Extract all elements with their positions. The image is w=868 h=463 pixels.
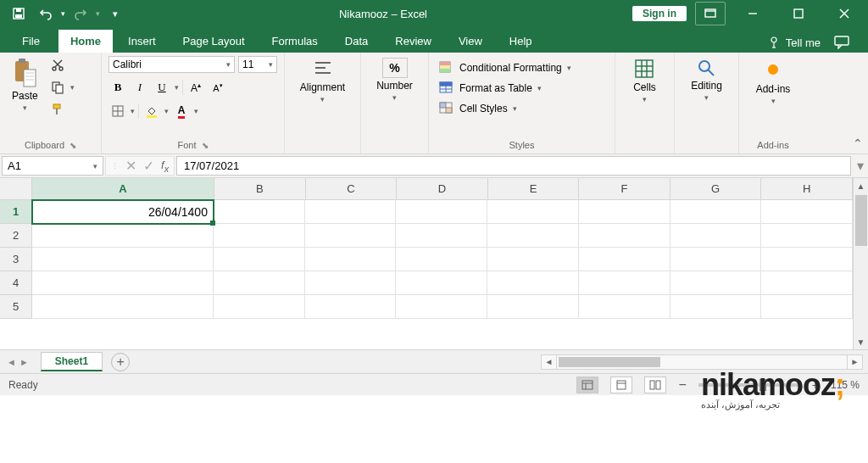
cell-F1[interactable] — [579, 200, 670, 224]
cell-D4[interactable] — [396, 271, 487, 295]
tab-page-layout[interactable]: Page Layout — [171, 30, 257, 53]
cell-B1[interactable] — [214, 200, 305, 224]
cell-F2[interactable] — [579, 224, 670, 248]
tab-file[interactable]: File — [7, 30, 55, 53]
row-header-5[interactable]: 5 — [0, 295, 32, 319]
enter-icon[interactable]: ✓ — [143, 158, 154, 174]
cell-B4[interactable] — [214, 271, 305, 295]
cell-B2[interactable] — [214, 224, 305, 248]
cell-C3[interactable] — [305, 248, 397, 271]
cancel-icon[interactable]: ✕ — [125, 158, 136, 174]
cell-E5[interactable] — [487, 295, 579, 319]
dialog-launcher-icon[interactable]: ⬊ — [202, 141, 209, 150]
cell-H1[interactable] — [761, 200, 853, 224]
addins-button[interactable]: Add-ins ▾ — [751, 56, 796, 107]
column-header-D[interactable]: D — [397, 178, 488, 200]
redo-icon[interactable] — [69, 2, 92, 25]
scroll-down-icon[interactable]: ▼ — [854, 334, 868, 349]
dialog-launcher-icon[interactable]: ⬊ — [70, 141, 76, 150]
collapse-ribbon-icon[interactable]: ⌃ — [853, 137, 863, 150]
maximize-button[interactable] — [780, 1, 817, 26]
cell-C1[interactable] — [305, 200, 397, 224]
column-header-H[interactable]: H — [761, 178, 853, 200]
undo-icon[interactable] — [34, 2, 58, 25]
fx-icon[interactable]: fx — [161, 159, 169, 174]
cell-A3[interactable] — [32, 248, 214, 271]
cell-G3[interactable] — [670, 248, 762, 271]
save-icon[interactable] — [7, 2, 31, 25]
zoom-slider[interactable] — [698, 383, 800, 387]
cell-D3[interactable] — [396, 248, 487, 271]
page-layout-view-icon[interactable] — [610, 377, 632, 393]
page-break-view-icon[interactable] — [644, 377, 666, 393]
minimize-button[interactable] — [734, 1, 771, 26]
sheet-nav-next-icon[interactable]: ► — [19, 357, 29, 367]
zoom-out-icon[interactable]: − — [678, 377, 686, 393]
cell-A2[interactable] — [32, 224, 214, 248]
format-as-table-button[interactable]: Format as Table▾ — [436, 80, 545, 97]
formula-input[interactable]: 17/07/2021 — [176, 156, 851, 176]
add-sheet-button[interactable]: + — [111, 353, 130, 371]
chevron-down-icon[interactable]: ▾ — [164, 107, 169, 115]
tab-data[interactable]: Data — [333, 30, 380, 53]
ribbon-display-options-icon[interactable] — [695, 2, 726, 25]
vertical-scrollbar[interactable]: ▲ ▼ — [853, 178, 868, 349]
number-button[interactable]: % Number ▾ — [371, 56, 418, 103]
scrollbar-thumb[interactable] — [855, 195, 867, 246]
zoom-level[interactable]: 115 % — [831, 379, 860, 391]
cell-C5[interactable] — [305, 295, 397, 319]
font-name-combo[interactable]: Calibri▾ — [108, 56, 235, 73]
cell-H4[interactable] — [761, 271, 853, 295]
font-size-combo[interactable]: 11▾ — [238, 56, 277, 73]
cell-C4[interactable] — [305, 271, 397, 295]
sheet-tab-1[interactable]: Sheet1 — [41, 352, 103, 371]
cell-F5[interactable] — [579, 295, 670, 319]
tab-help[interactable]: Help — [498, 30, 544, 53]
cell-G2[interactable] — [670, 224, 762, 248]
editing-button[interactable]: Editing ▾ — [686, 56, 727, 103]
zoom-slider-knob[interactable] — [760, 379, 766, 391]
cell-G4[interactable] — [670, 271, 762, 295]
cell-G1[interactable] — [670, 200, 762, 224]
scrollbar-thumb[interactable] — [559, 357, 660, 367]
cell-B3[interactable] — [214, 248, 305, 271]
column-header-E[interactable]: E — [488, 178, 580, 200]
redo-dropdown-icon[interactable]: ▾ — [96, 9, 100, 18]
tab-review[interactable]: Review — [383, 30, 443, 53]
paste-button[interactable]: Paste ▾ — [7, 56, 43, 114]
cell-C2[interactable] — [305, 224, 397, 248]
row-header-1[interactable]: 1 — [0, 200, 32, 224]
tab-home[interactable]: Home — [58, 30, 113, 53]
tab-view[interactable]: View — [447, 30, 494, 53]
chevron-down-icon[interactable]: ▾ — [131, 107, 135, 115]
cell-D5[interactable] — [396, 295, 487, 319]
tab-formulas[interactable]: Formulas — [260, 30, 330, 53]
increase-font-icon[interactable]: A▴ — [186, 78, 205, 97]
row-header-4[interactable]: 4 — [0, 271, 32, 295]
name-box[interactable]: A1 ▾ — [2, 156, 103, 176]
sheet-nav-prev-icon[interactable]: ◄ — [7, 357, 16, 367]
border-icon[interactable] — [108, 102, 127, 120]
bold-button[interactable]: B — [108, 78, 127, 97]
cell-H3[interactable] — [761, 248, 853, 271]
alignment-button[interactable]: Alignment ▾ — [295, 56, 350, 105]
expand-formula-bar-icon[interactable]: ▾ — [853, 154, 868, 177]
tab-insert[interactable]: Insert — [116, 30, 168, 53]
conditional-formatting-button[interactable]: Conditional Formatting▾ — [436, 59, 575, 76]
row-header-3[interactable]: 3 — [0, 248, 32, 271]
column-header-F[interactable]: F — [579, 178, 670, 200]
cell-E1[interactable] — [487, 200, 579, 224]
zoom-in-icon[interactable]: + — [812, 378, 819, 392]
sign-in-button[interactable]: Sign in — [632, 6, 687, 21]
cell-G5[interactable] — [670, 295, 762, 319]
column-header-C[interactable]: C — [306, 178, 398, 200]
cell-E4[interactable] — [487, 271, 579, 295]
fill-color-icon[interactable] — [142, 102, 161, 120]
tell-me-search[interactable]: Tell me — [769, 36, 821, 49]
cell-F4[interactable] — [579, 271, 670, 295]
cut-icon[interactable] — [48, 56, 67, 75]
chevron-down-icon[interactable]: ▾ — [70, 83, 75, 92]
scroll-left-icon[interactable]: ◄ — [542, 355, 557, 369]
format-painter-icon[interactable] — [48, 100, 67, 119]
chevron-down-icon[interactable]: ▾ — [194, 107, 198, 115]
